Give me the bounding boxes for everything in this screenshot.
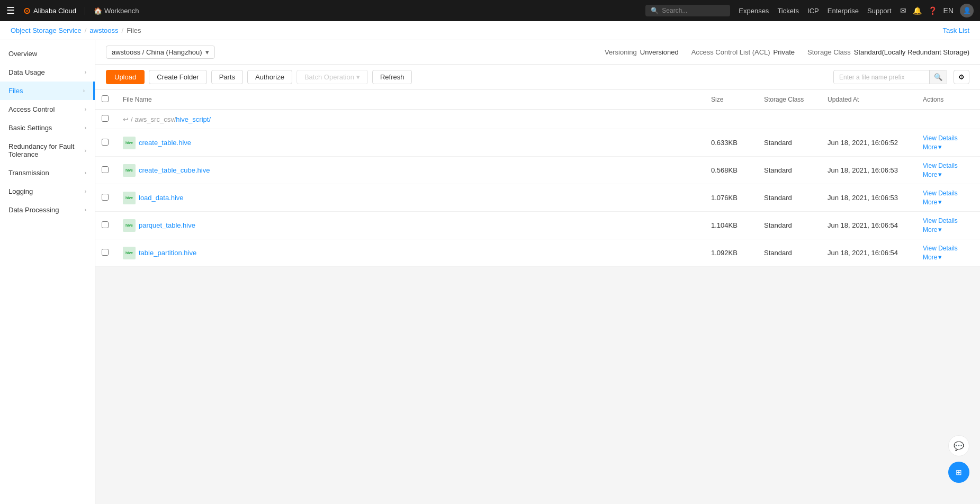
sidebar-item-data-usage[interactable]: Data Usage › bbox=[0, 63, 95, 82]
current-folder-link[interactable]: hive_script/ bbox=[176, 115, 211, 123]
row-checkbox-2[interactable] bbox=[102, 194, 109, 201]
file-icon: hive bbox=[123, 247, 136, 259]
help-icon[interactable]: ❓ bbox=[928, 6, 937, 15]
table-settings-button[interactable]: ⚙ bbox=[954, 70, 969, 84]
more-chevron-icon: ▾ bbox=[938, 143, 942, 151]
lang-switcher[interactable]: EN bbox=[943, 6, 954, 15]
file-search-box[interactable]: 🔍 bbox=[833, 70, 947, 84]
hamburger-icon[interactable]: ☰ bbox=[6, 5, 15, 16]
back-icon: ↩ bbox=[123, 115, 129, 123]
task-list-link[interactable]: Task List bbox=[942, 26, 969, 34]
sidebar-item-logging[interactable]: Logging › bbox=[0, 182, 95, 201]
more-actions-0[interactable]: More ▾ bbox=[923, 143, 942, 151]
file-icon: hive bbox=[123, 192, 136, 204]
batch-operation-button[interactable]: Batch Operation ▾ bbox=[296, 70, 368, 84]
back-row-storage bbox=[758, 110, 821, 129]
table-row: hive table_partition.hive 1.092KB Standa… bbox=[95, 239, 980, 267]
row-filename-cell: hive table_partition.hive bbox=[116, 239, 705, 267]
row-checkbox-cell bbox=[95, 157, 116, 184]
authorize-button[interactable]: Authorize bbox=[247, 70, 292, 84]
sidebar-item-data-processing[interactable]: Data Processing › bbox=[0, 201, 95, 219]
more-actions-1[interactable]: More ▾ bbox=[923, 170, 942, 178]
back-row-actions bbox=[916, 110, 980, 129]
create-folder-button[interactable]: Create Folder bbox=[149, 70, 206, 84]
refresh-button[interactable]: Refresh bbox=[372, 70, 412, 84]
row-checkbox-4[interactable] bbox=[102, 249, 109, 256]
view-details-link-0[interactable]: View Details bbox=[923, 134, 958, 142]
more-chevron-icon: ▾ bbox=[938, 253, 942, 261]
row-filename-cell: hive create_table_cube.hive bbox=[116, 157, 705, 184]
file-search-button[interactable]: 🔍 bbox=[929, 70, 947, 84]
more-actions-2[interactable]: More ▾ bbox=[923, 198, 942, 206]
workbench-nav-item[interactable]: 🏠 Workbench bbox=[85, 7, 139, 15]
more-actions-4[interactable]: More ▾ bbox=[923, 253, 942, 261]
sidebar-item-overview[interactable]: Overview bbox=[0, 44, 95, 63]
chevron-icon: › bbox=[85, 148, 86, 154]
sidebar-label-overview: Overview bbox=[8, 50, 37, 58]
bucket-selector-chevron: ▾ bbox=[205, 48, 209, 56]
workbench-label: Workbench bbox=[104, 7, 139, 15]
file-name-link-2[interactable]: load_data.hive bbox=[139, 194, 184, 202]
chat-float-button[interactable]: 💬 bbox=[948, 435, 969, 456]
nav-link-support[interactable]: Support bbox=[867, 7, 892, 15]
sidebar-item-basic-settings[interactable]: Basic Settings › bbox=[0, 119, 95, 137]
breadcrumb-bucket[interactable]: awstooss bbox=[89, 26, 118, 34]
acl-label: Access Control List (ACL) bbox=[691, 48, 770, 56]
view-details-link-1[interactable]: View Details bbox=[923, 162, 958, 169]
bucket-bar: awstooss / China (Hangzhou) ▾ Versioning… bbox=[95, 40, 980, 65]
actions-cell: View Details More ▾ bbox=[923, 162, 974, 178]
nav-link-expenses[interactable]: Expenses bbox=[739, 7, 769, 15]
logo: ⊙ Alibaba Cloud bbox=[23, 6, 76, 16]
row-checkbox-3[interactable] bbox=[102, 221, 109, 228]
notification-icon[interactable]: 🔔 bbox=[913, 6, 922, 15]
sidebar-item-redundancy[interactable]: Redundancy for Fault Tolerance › bbox=[0, 137, 95, 164]
row-checkbox-cell bbox=[95, 212, 116, 239]
file-name-link-3[interactable]: parquet_table.hive bbox=[139, 221, 195, 229]
row-filename-cell: hive parquet_table.hive bbox=[116, 212, 705, 239]
upload-button[interactable]: Upload bbox=[106, 70, 145, 84]
file-name-link-4[interactable]: table_partition.hive bbox=[139, 249, 196, 257]
global-search[interactable]: 🔍 bbox=[645, 5, 730, 16]
qr-float-button[interactable]: ⊞ bbox=[948, 462, 969, 483]
file-table: File Name Size Storage Class Updated At … bbox=[95, 90, 980, 267]
view-details-link-3[interactable]: View Details bbox=[923, 217, 958, 224]
sidebar-item-access-control[interactable]: Access Control › bbox=[0, 100, 95, 119]
file-search-input[interactable] bbox=[834, 71, 929, 84]
chevron-icon: › bbox=[85, 188, 86, 194]
more-actions-3[interactable]: More ▾ bbox=[923, 226, 942, 233]
back-row-size bbox=[705, 110, 758, 129]
sidebar-item-files[interactable]: Files › bbox=[0, 82, 95, 100]
bucket-selector[interactable]: awstooss / China (Hangzhou) ▾ bbox=[106, 46, 215, 59]
more-chevron-icon: ▾ bbox=[938, 198, 942, 206]
page: Object Storage Service / awstooss / File… bbox=[0, 21, 980, 504]
row-filename: hive load_data.hive bbox=[123, 192, 698, 204]
search-input[interactable] bbox=[662, 7, 725, 14]
sidebar-label-basic-settings: Basic Settings bbox=[8, 124, 52, 132]
file-name-link-1[interactable]: create_table_cube.hive bbox=[139, 166, 210, 174]
back-row-checkbox[interactable] bbox=[102, 115, 109, 122]
breadcrumb-oss[interactable]: Object Storage Service bbox=[11, 26, 82, 34]
view-details-link-4[interactable]: View Details bbox=[923, 245, 958, 252]
nav-links: Expenses Tickets ICP Enterprise Support bbox=[739, 7, 891, 15]
row-checkbox-0[interactable] bbox=[102, 139, 109, 146]
view-details-link-2[interactable]: View Details bbox=[923, 190, 958, 197]
table-row: hive create_table.hive 0.633KB Standard … bbox=[95, 129, 980, 157]
bucket-meta: Versioning Unversioned Access Control Li… bbox=[605, 48, 969, 56]
select-all-checkbox[interactable] bbox=[102, 95, 109, 102]
file-name-link-0[interactable]: create_table.hive bbox=[139, 139, 191, 147]
nav-link-tickets[interactable]: Tickets bbox=[777, 7, 799, 15]
more-chevron-icon: ▾ bbox=[938, 170, 942, 178]
message-icon[interactable]: ✉ bbox=[900, 6, 906, 15]
chevron-icon: › bbox=[85, 125, 86, 131]
row-storage-class-3: Standard bbox=[758, 212, 821, 239]
row-checkbox-1[interactable] bbox=[102, 166, 109, 173]
nav-link-enterprise[interactable]: Enterprise bbox=[828, 7, 859, 15]
avatar[interactable]: 👤 bbox=[960, 4, 974, 17]
header-updated-at: Updated At bbox=[821, 90, 916, 110]
sidebar-item-transmission[interactable]: Transmission › bbox=[0, 164, 95, 182]
file-icon: hive bbox=[123, 219, 136, 232]
nav-link-icp[interactable]: ICP bbox=[807, 7, 819, 15]
more-chevron-icon: ▾ bbox=[938, 226, 942, 233]
chevron-icon: › bbox=[85, 69, 86, 75]
parts-button[interactable]: Parts bbox=[211, 70, 243, 84]
